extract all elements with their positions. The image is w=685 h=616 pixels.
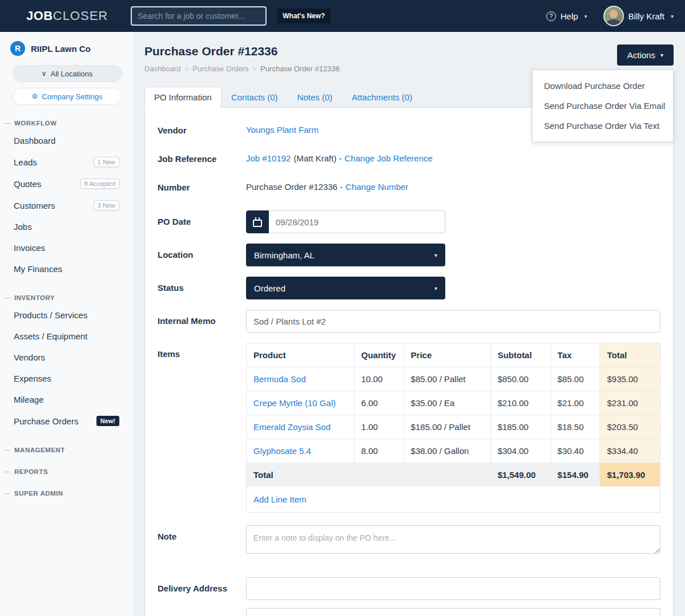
sidebar-item-purchase-orders[interactable]: Purchase OrdersNew!	[0, 410, 134, 432]
calendar-button[interactable]	[246, 210, 269, 233]
change-job-reference-link[interactable]: Change Job Reference	[345, 153, 433, 163]
app-logo[interactable]: JOBCLOSER	[26, 9, 108, 23]
sidebar-item-my-finances[interactable]: My Finances	[0, 258, 134, 279]
tab-attachments[interactable]: Attachments (0)	[342, 87, 422, 108]
section-header-management[interactable]: MANAGEMENT	[0, 447, 134, 453]
navbar-right: ? Help ▾ Billy Kraft ▾	[546, 6, 674, 26]
menu-item-download-po[interactable]: Download Purchase Order	[533, 76, 673, 96]
page-title: Purchase Order #12336	[144, 44, 674, 58]
product-link[interactable]: Emerald Zoysia Sod	[253, 422, 331, 432]
chevron-down-icon: ∨	[42, 70, 47, 78]
breadcrumb-dashboard[interactable]: Dashboard	[144, 64, 181, 73]
tab-po-information[interactable]: PO Information	[144, 87, 221, 108]
actions-button[interactable]: Actions ▾	[617, 44, 674, 66]
section-dash	[5, 472, 10, 472]
job-reference-label: Job Reference	[158, 153, 246, 164]
total-row-empty	[354, 463, 404, 487]
sidebar-item-assets-equipment[interactable]: Assets / Equipment	[0, 326, 134, 347]
global-search-input[interactable]	[131, 6, 267, 26]
section-header-super-admin[interactable]: SUPER ADMIN	[0, 490, 134, 497]
product-link[interactable]: Crepe Myrtle (10 Gal)	[253, 398, 336, 408]
section-dash	[5, 123, 10, 124]
tab-notes[interactable]: Notes (0)	[288, 87, 342, 108]
breadcrumb-purchase-orders[interactable]: Purchase Orders	[192, 64, 248, 73]
header-product: Product	[247, 343, 354, 367]
change-number-link[interactable]: Change Number	[345, 182, 408, 192]
sidebar-item-dashboard[interactable]: Dashboard	[0, 130, 134, 151]
sidebar-item-invoices[interactable]: Invoices	[0, 237, 134, 258]
status-selected-value: Ordered	[254, 283, 285, 293]
sidebar-item-leads[interactable]: Leads1 New	[0, 151, 134, 173]
cell-quantity: 8.00	[354, 439, 404, 463]
status-select[interactable]: Ordered ▾	[246, 277, 445, 299]
sidebar-item-vendors[interactable]: Vendors	[0, 347, 134, 368]
po-date-input[interactable]	[269, 210, 445, 233]
header-tax: Tax	[550, 343, 600, 367]
sidebar-item-mileage[interactable]: Mileage	[0, 389, 134, 410]
breadcrumb-current: Purchase Order #12336	[260, 64, 340, 73]
purchase-orders-new-badge: New!	[96, 416, 119, 426]
help-menu[interactable]: ? Help ▾	[546, 11, 587, 21]
leads-badge: 1 New	[94, 157, 119, 167]
sidebar-item-jobs[interactable]: Jobs	[0, 216, 134, 237]
cell-tax: $30.40	[550, 439, 600, 463]
internal-memo-input[interactable]	[246, 310, 660, 333]
tab-contacts[interactable]: Contacts (0)	[221, 87, 288, 108]
items-row: Items Product Quantity Price Subtotal Ta…	[158, 343, 660, 513]
section-header-reports[interactable]: REPORTS	[0, 468, 134, 475]
delivery-address-label: Delivery Address	[158, 577, 246, 616]
cell-quantity: 1.00	[354, 415, 404, 439]
delivery-address-line2-input[interactable]	[246, 608, 660, 616]
section-dash	[5, 493, 10, 494]
sidebar-item-customers[interactable]: Customers3 New	[0, 194, 134, 216]
cell-total: $935.00	[600, 367, 660, 391]
number-label: Number	[158, 182, 246, 192]
total-row-label: Total	[247, 463, 354, 487]
cell-price: $185.00 / Pallet	[404, 415, 490, 439]
menu-item-send-po-email[interactable]: Send Purchase Order Via Email	[533, 96, 673, 116]
breadcrumb-separator-icon: ›	[186, 64, 188, 73]
cell-tax: $21.00	[550, 391, 600, 415]
product-link[interactable]: Glyphosate 5.4	[253, 446, 311, 456]
section-dash	[5, 298, 10, 298]
po-date-group	[246, 210, 445, 233]
menu-item-send-po-text[interactable]: Send Purchase Order Via Text	[533, 116, 673, 136]
avatar-face	[609, 10, 618, 18]
number-row: Number Purchase Order #12336 -Change Num…	[158, 182, 660, 192]
product-link[interactable]: Bermuda Sod	[253, 374, 306, 384]
table-row: Bermuda Sod 10.00 $85.00 / Pallet $850.0…	[247, 367, 660, 391]
whats-new-button[interactable]: What's New?	[277, 9, 331, 23]
items-label: Items	[158, 343, 246, 513]
calendar-icon	[253, 220, 262, 227]
user-name: Billy Kraft	[628, 11, 664, 21]
items-table-container: Product Quantity Price Subtotal Tax Tota…	[246, 343, 660, 513]
cell-price: $85.00 / Pallet	[404, 367, 490, 391]
job-link[interactable]: Job #10192	[246, 153, 291, 163]
note-label: Note	[158, 525, 246, 556]
all-locations-label: All Locations	[51, 70, 93, 78]
all-locations-dropdown[interactable]: ∨ All Locations	[13, 65, 122, 82]
section-dash	[5, 450, 10, 451]
po-date-label: PO Date	[158, 210, 246, 233]
vendor-link[interactable]: Youngs Plant Farm	[246, 125, 319, 135]
add-line-item-link[interactable]: Add Line Item	[253, 495, 307, 504]
actions-dropdown-wrap: Actions ▾ Download Purchase Order Send P…	[617, 44, 674, 66]
cell-quantity: 10.00	[354, 367, 404, 391]
delivery-address-line1-input[interactable]	[246, 577, 660, 600]
logo-text-light: CLOSER	[53, 9, 108, 23]
customers-badge: 3 New	[94, 200, 119, 210]
note-textarea[interactable]	[246, 525, 660, 554]
company-settings-button[interactable]: ⚙ Company Settings	[13, 88, 122, 105]
sidebar-item-products-services[interactable]: Products / Services	[0, 305, 134, 326]
sidebar-item-expenses[interactable]: Expenses	[0, 368, 134, 389]
items-header-row: Product Quantity Price Subtotal Tax Tota…	[247, 343, 660, 367]
location-select[interactable]: Birmingham, AL ▾	[246, 244, 445, 266]
company-header[interactable]: R RIIPL Lawn Co	[0, 41, 134, 65]
table-row: Glyphosate 5.4 8.00 $38.00 / Gallon $304…	[247, 439, 660, 463]
location-label: Location	[158, 244, 246, 266]
table-row: Emerald Zoysia Sod 1.00 $185.00 / Pallet…	[247, 415, 660, 439]
sidebar-item-quotes[interactable]: Quotes8 Accepted	[0, 173, 134, 194]
caret-down-icon: ▾	[660, 52, 663, 58]
header-subtotal: Subtotal	[490, 343, 550, 367]
user-menu[interactable]: Billy Kraft ▾	[603, 6, 674, 26]
